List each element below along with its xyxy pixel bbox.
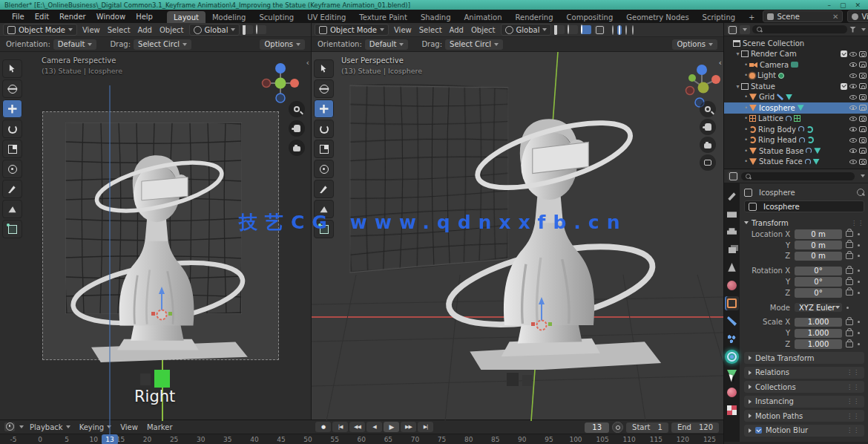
animate-dot-icon[interactable] [858, 343, 860, 345]
panel-grip-icon[interactable]: ⋮⋮ [846, 413, 860, 419]
disable-render-camera-icon[interactable] [859, 148, 867, 154]
expand-arrow-icon[interactable]: • [743, 148, 749, 154]
panel-grip-icon[interactable]: ⋮⋮ [846, 369, 860, 376]
expand-arrow-icon[interactable]: • [743, 115, 749, 122]
tool-annotate[interactable] [2, 180, 22, 198]
tool-select-box[interactable] [2, 59, 22, 78]
mode-select[interactable]: Object Mode [315, 24, 389, 36]
hide-viewport-eye-icon[interactable] [849, 62, 857, 67]
lock-icon[interactable] [846, 253, 853, 259]
hide-viewport-eye-icon[interactable] [849, 160, 857, 164]
tool-move[interactable] [2, 99, 22, 118]
text-object-dark[interactable] [123, 371, 137, 386]
snap-toggle[interactable] [554, 25, 565, 34]
value-field[interactable]: 0 m [795, 252, 842, 261]
value-field[interactable]: XYZ Euler [795, 303, 842, 313]
workspace-tab[interactable]: Modeling [206, 11, 253, 23]
workspace-tab[interactable]: Geometry Nodes [619, 11, 695, 23]
tab-material-properties[interactable] [725, 385, 739, 399]
camera-view-button[interactable] [700, 137, 716, 153]
transform-orientation-select[interactable]: Global [501, 24, 552, 36]
workspace-tab[interactable]: Shading [414, 11, 458, 23]
value-field[interactable]: 1.000 [795, 329, 842, 339]
viewport-menu-item[interactable]: Add [446, 25, 467, 36]
tab-scene-properties[interactable] [725, 261, 739, 275]
disable-render-camera-icon[interactable] [859, 159, 867, 165]
panel-grip-icon[interactable]: ⋮⋮ [846, 398, 860, 405]
options-dropdown[interactable]: Options [260, 39, 305, 50]
playhead-current-frame[interactable]: 13 [102, 434, 118, 444]
collapsed-panel-header[interactable]: Instancing ⋮⋮ [744, 396, 864, 408]
window-maximize-button[interactable]: ▢ [840, 1, 846, 9]
tool-measure[interactable] [2, 200, 22, 218]
transform-orientation-select[interactable]: Global [189, 24, 240, 36]
timeline-ruler[interactable]: -505101520253035404550556065707580859095… [0, 434, 723, 444]
properties-search-input[interactable] [741, 172, 855, 180]
outliner-row[interactable]: ▾ Render Cam [724, 49, 868, 60]
collapsed-panel-header[interactable]: Motion Blur ⋮⋮ [744, 425, 864, 437]
tool-scale[interactable] [2, 140, 22, 158]
timeline-menu-item[interactable]: Playback [25, 422, 75, 433]
outliner-editor-type-button[interactable] [727, 25, 737, 34]
camera-view-button[interactable] [289, 140, 305, 156]
value-field[interactable]: 1.000 [795, 339, 842, 349]
options-dropdown[interactable]: Options [672, 39, 717, 50]
frame-start-field[interactable]: Start 1 [626, 422, 668, 433]
menu-item[interactable]: File [7, 11, 30, 22]
animate-dot-icon[interactable] [858, 270, 860, 272]
panel-grip-icon[interactable]: ⋮⋮ [846, 427, 860, 434]
tool-move[interactable] [314, 99, 334, 118]
snap-toggle[interactable] [243, 25, 253, 34]
timeline-menu-item[interactable]: Marker [142, 422, 177, 433]
disable-render-camera-icon[interactable] [859, 62, 867, 68]
outliner-row[interactable]: • Ring Head [724, 135, 868, 146]
disable-render-camera-icon[interactable] [859, 83, 867, 89]
tab-particles-properties[interactable] [725, 332, 739, 346]
text-object-dark[interactable] [522, 375, 532, 386]
timeline-editor-type-button[interactable] [4, 422, 15, 431]
tool-scale[interactable] [314, 140, 334, 158]
panel-grip-icon[interactable]: ⋮⋮ [846, 384, 860, 391]
frame-end-field[interactable]: End 120 [671, 422, 719, 433]
hide-viewport-eye-icon[interactable] [849, 95, 857, 99]
panel-grip-icon[interactable]: ⋮⋮ [851, 220, 864, 226]
outliner-row[interactable]: • Camera [724, 59, 868, 71]
gizmo-toggle[interactable] [581, 25, 591, 34]
play-button[interactable]: ▶ [384, 422, 399, 432]
shading-wireframe-button[interactable] [611, 25, 615, 35]
current-frame-field[interactable]: 13 [585, 422, 609, 433]
collapsed-panel-header[interactable]: Delta Transform [744, 352, 864, 364]
animate-dot-icon[interactable] [858, 233, 860, 235]
animate-dot-icon[interactable] [858, 255, 860, 257]
jump-to-end-button[interactable]: ▶| [418, 422, 433, 432]
exclude-checkbox[interactable] [841, 83, 847, 90]
menu-item[interactable]: Help [131, 11, 158, 22]
properties-editor-type-button[interactable] [728, 172, 738, 180]
workspace-tab[interactable]: Sculpting [252, 11, 300, 23]
viewport-menu-item[interactable]: Object [156, 25, 188, 36]
tab-output-properties[interactable] [725, 225, 739, 239]
overlays-toggle[interactable] [594, 25, 605, 34]
animate-dot-icon[interactable] [858, 281, 860, 283]
viewport-menu-item[interactable]: Select [415, 25, 446, 36]
collapsed-panel-header[interactable]: Motion Paths ⋮⋮ [744, 410, 864, 422]
viewport-canvas[interactable]: User Perspective (13) Statue | Icosphere… [312, 52, 723, 421]
hide-viewport-eye-icon[interactable] [849, 138, 857, 143]
value-field[interactable]: 1.000 [795, 318, 842, 327]
transform-panel-header[interactable]: Transform ⋮⋮ [744, 217, 864, 229]
tool-rotate[interactable] [314, 120, 334, 138]
tab-world-properties[interactable] [725, 278, 739, 293]
menu-item[interactable]: Window [91, 11, 131, 22]
collapsed-panel-header[interactable]: Collections ⋮⋮ [744, 381, 864, 393]
outliner-row[interactable]: • Light [724, 71, 868, 82]
workspace-tab[interactable]: Layout [167, 11, 206, 23]
keyframe-green-marker[interactable] [154, 370, 170, 388]
tool-annotate[interactable] [314, 180, 334, 198]
hide-viewport-eye-icon[interactable] [849, 84, 857, 88]
next-keyframe-button[interactable]: ▶▶ [401, 422, 416, 432]
outliner-search-input[interactable] [752, 25, 847, 33]
expand-arrow-icon[interactable]: ▾ [734, 83, 741, 90]
workspace-tab[interactable]: Compositing [560, 11, 620, 23]
workspace-tab[interactable]: Animation [458, 11, 509, 23]
drag-dropdown[interactable]: Select Circl [134, 39, 191, 50]
